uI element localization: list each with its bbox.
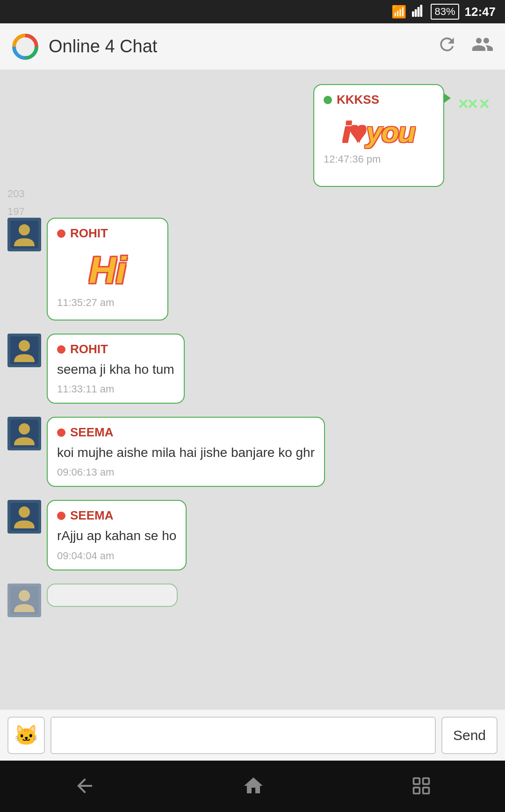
bubble-tail xyxy=(444,93,451,103)
sender-name: SEEMA xyxy=(57,508,176,523)
message-time: 09:06:13 am xyxy=(57,466,315,478)
message-row: SEEMA rAjju ap kahan se ho 09:04:04 am xyxy=(7,500,498,570)
sticker-container: i♥you xyxy=(324,111,434,153)
svg-rect-1 xyxy=(415,9,417,16)
svg-rect-18 xyxy=(414,778,420,784)
avatar xyxy=(7,334,41,367)
svg-rect-19 xyxy=(423,778,429,784)
svg-rect-21 xyxy=(423,787,429,793)
sender-name: SEEMA xyxy=(57,425,315,440)
recent-apps-button[interactable] xyxy=(411,776,432,798)
message-row-partial xyxy=(7,584,498,617)
avatar xyxy=(7,584,41,617)
emoji-button[interactable]: 🐱 xyxy=(7,717,45,754)
svg-point-13 xyxy=(19,423,30,434)
svg-point-11 xyxy=(19,340,30,351)
message-time: 11:35:27 am xyxy=(57,297,158,309)
message-text: koi mujhe aishe mila hai jishe banjare k… xyxy=(57,443,315,462)
svg-rect-3 xyxy=(420,5,423,17)
away-dot xyxy=(57,229,65,238)
side-number: 197 xyxy=(7,206,25,218)
iloveyou-sticker: i♥you xyxy=(343,115,415,149)
send-button[interactable]: Send xyxy=(441,717,498,754)
app-bar-actions xyxy=(437,33,494,60)
message-row: 197 ROHIT Hi 11:35:27 am xyxy=(7,206,498,321)
message-row: KKKSS i♥you 12:47:36 pm × × × 203 xyxy=(7,84,498,187)
message-time: 12:47:36 pm xyxy=(324,153,434,165)
contacts-icon[interactable] xyxy=(471,33,494,60)
side-number: 203 xyxy=(7,188,25,200)
away-dot xyxy=(57,428,65,437)
avatar xyxy=(7,218,41,251)
app-bar: Online 4 Chat xyxy=(0,23,505,70)
message-row: ROHIT seema ji kha ho tum 11:33:11 am xyxy=(7,334,498,404)
sender-name: ROHIT xyxy=(57,342,174,356)
status-bar: 📶 83% 12:47 xyxy=(0,0,505,23)
bubble: SEEMA koi mujhe aishe mila hai jishe ban… xyxy=(47,417,325,487)
svg-point-9 xyxy=(19,224,30,235)
svg-text:×: × xyxy=(479,94,489,114)
message-text: rAjju ap kahan se ho xyxy=(57,527,176,545)
svg-rect-20 xyxy=(414,787,420,793)
refresh-icon[interactable] xyxy=(437,34,457,59)
message-input[interactable] xyxy=(50,717,436,754)
away-dot xyxy=(57,512,65,520)
online-dot xyxy=(324,96,332,104)
svg-text:×: × xyxy=(458,94,468,114)
svg-rect-0 xyxy=(412,11,414,17)
avatar xyxy=(7,417,41,450)
svg-rect-2 xyxy=(418,7,420,17)
home-button[interactable] xyxy=(242,775,265,798)
emoji-icon: 🐱 xyxy=(14,724,38,747)
chat-area: KKKSS i♥you 12:47:36 pm × × × 203 197 xyxy=(0,70,505,709)
xxx-sticker: × × × xyxy=(455,89,493,119)
svg-point-17 xyxy=(19,590,30,601)
sender-name: ROHIT xyxy=(57,226,158,241)
nav-bar xyxy=(0,761,505,812)
svg-text:×: × xyxy=(467,94,477,114)
bubble: KKKSS i♥you 12:47:36 pm xyxy=(313,84,444,187)
sender-name: KKKSS xyxy=(324,93,434,107)
svg-point-15 xyxy=(19,506,30,518)
message-text: seema ji kha ho tum xyxy=(57,360,174,378)
hi-sticker: Hi xyxy=(89,249,126,292)
app-logo xyxy=(11,33,39,61)
sticker-container: Hi xyxy=(57,244,158,297)
bubble: ROHIT Hi 11:35:27 am xyxy=(47,218,168,321)
partial-bubble xyxy=(47,584,178,607)
message-row: SEEMA koi mujhe aishe mila hai jishe ban… xyxy=(7,417,498,487)
away-dot xyxy=(57,345,65,354)
battery-icon: 83% xyxy=(431,4,459,20)
back-button[interactable] xyxy=(73,775,96,798)
status-icons: 📶 83% 12:47 xyxy=(391,4,496,20)
input-bar: 🐱 Send xyxy=(0,709,505,761)
avatar xyxy=(7,500,41,534)
bubble: SEEMA rAjju ap kahan se ho 09:04:04 am xyxy=(47,500,187,570)
signal-icon xyxy=(412,4,425,20)
wifi-icon: 📶 xyxy=(391,5,406,19)
clock: 12:47 xyxy=(465,5,496,19)
app-title: Online 4 Chat xyxy=(49,36,437,57)
bubble: ROHIT seema ji kha ho tum 11:33:11 am xyxy=(47,334,185,404)
message-time: 09:04:04 am xyxy=(57,550,176,562)
message-time: 11:33:11 am xyxy=(57,383,174,395)
